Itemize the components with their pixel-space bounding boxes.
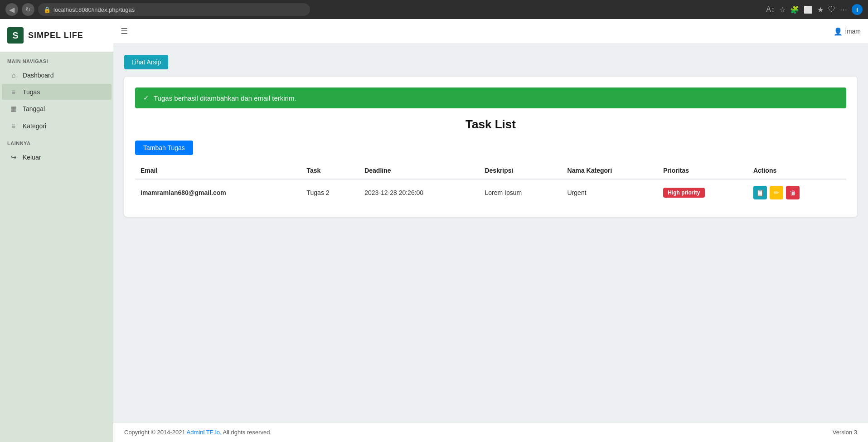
lock-icon: 🔒 [44, 6, 51, 13]
sidebar-item-label-keluar: Keluar [23, 154, 41, 161]
table-header-row: Email Task Deadline Deskripsi Nama Kateg… [135, 162, 846, 179]
refresh-button[interactable]: ↻ [22, 3, 34, 16]
check-icon: ✓ [143, 94, 149, 102]
row-deskripsi: Lorem Ipsum [479, 179, 562, 206]
col-kategori: Nama Kategori [562, 162, 658, 179]
row-kategori: Urgent [562, 179, 658, 206]
address-bar: 🔒 localhost:8080/index.php/tugas [38, 3, 310, 16]
action-icons: 📋 ✏ 🗑 [753, 186, 841, 199]
calendar-icon: ▦ [9, 105, 18, 113]
sidebar-item-label-tanggal: Tanggal [23, 105, 45, 112]
sidebar-item-keluar[interactable]: ↪ Keluar [2, 149, 112, 165]
view-icon: 📋 [756, 189, 764, 196]
sidebar-item-tugas[interactable]: ≡ Tugas [2, 84, 112, 100]
row-prioritas: High priority [658, 179, 748, 206]
delete-button[interactable]: 🗑 [786, 186, 800, 199]
header-username: imam [845, 28, 861, 35]
col-task: Task [301, 162, 359, 179]
list-icon: ≡ [9, 88, 18, 96]
other-label: LAINNYA [0, 134, 113, 149]
sidebar-item-kategori[interactable]: ≡ Kategori [2, 118, 112, 134]
logout-icon: ↪ [9, 153, 18, 161]
row-email: imamramlan680@gmail.com [135, 179, 301, 206]
task-table: Email Task Deadline Deskripsi Nama Kateg… [135, 162, 846, 206]
sidebar-icon[interactable]: ⬜ [804, 5, 813, 14]
favorites-icon[interactable]: ★ [817, 5, 824, 14]
header-user: 👤 imam [834, 27, 861, 36]
url-text: localhost:8080/index.php/tugas [53, 6, 135, 13]
main-content: Lihat Arsip ✓ Tugas berhasil ditambahkan… [113, 44, 868, 442]
col-deskripsi: Deskripsi [479, 162, 562, 179]
col-actions: Actions [748, 162, 846, 179]
browser-toolbar: A↕ ☆ 🧩 ⬜ ★ 🛡 ⋯ I [766, 4, 863, 15]
content-area: Lihat Arsip ✓ Tugas berhasil ditambahkan… [113, 44, 868, 422]
app-wrapper: S SIMPEL LIFE MAIN NAVIGASI ⌂ Dashboard … [0, 19, 868, 442]
row-task: Tugas 2 [301, 179, 359, 206]
sidebar-logo: S SIMPEL LIFE [0, 19, 113, 52]
category-icon: ≡ [9, 122, 18, 130]
footer-brand-link[interactable]: AdminLTE.io. [187, 429, 222, 436]
browser-chrome: ◀ ↻ 🔒 localhost:8080/index.php/tugas A↕ … [0, 0, 868, 19]
rights-text: All rights reserved. [222, 429, 272, 436]
logo-text: SIMPEL LIFE [28, 31, 83, 40]
col-email: Email [135, 162, 301, 179]
add-task-button[interactable]: Tambah Tugas [135, 141, 193, 155]
col-deadline: Deadline [359, 162, 479, 179]
success-alert: ✓ Tugas berhasil ditambahkan dan email t… [135, 87, 846, 108]
table-row: imamramlan680@gmail.com Tugas 2 2023-12-… [135, 179, 846, 206]
app-header: ☰ 👤 imam [113, 19, 868, 44]
copyright-text: Copyright © 2014-2021 [124, 429, 187, 436]
priority-badge: High priority [663, 188, 704, 198]
logo-icon: S [7, 27, 24, 44]
shield-icon[interactable]: 🛡 [828, 5, 835, 14]
translate-icon[interactable]: A↕ [766, 5, 775, 14]
alert-text: Tugas berhasil ditambahkan dan email ter… [154, 94, 296, 102]
sidebar-item-tanggal[interactable]: ▦ Tanggal [2, 101, 112, 117]
more-icon[interactable]: ⋯ [840, 5, 847, 14]
extensions-icon[interactable]: 🧩 [790, 5, 799, 14]
task-card: ✓ Tugas berhasil ditambahkan dan email t… [124, 77, 857, 217]
archive-button[interactable]: Lihat Arsip [124, 55, 168, 69]
row-deadline: 2023-12-28 20:26:00 [359, 179, 479, 206]
footer-copyright: Copyright © 2014-2021 AdminLTE.io. All r… [124, 429, 272, 436]
add-task-section: Tambah Tugas [135, 141, 846, 155]
sidebar: S SIMPEL LIFE MAIN NAVIGASI ⌂ Dashboard … [0, 19, 113, 442]
user-icon: 👤 [834, 27, 843, 36]
star-icon[interactable]: ☆ [779, 5, 786, 14]
main-nav-label: MAIN NAVIGASI [0, 52, 113, 67]
home-icon: ⌂ [9, 71, 18, 79]
view-button[interactable]: 📋 [753, 186, 767, 199]
archive-section: Lihat Arsip [124, 55, 857, 69]
sidebar-item-label-kategori: Kategori [23, 122, 46, 130]
back-button[interactable]: ◀ [5, 3, 18, 16]
browser-profile-avatar[interactable]: I [852, 4, 863, 15]
row-actions: 📋 ✏ 🗑 [748, 179, 846, 206]
sidebar-item-dashboard[interactable]: ⌂ Dashboard [2, 67, 112, 83]
edit-icon: ✏ [774, 189, 779, 196]
page-title: Task List [135, 117, 846, 131]
toggle-sidebar-button[interactable]: ☰ [121, 26, 128, 36]
trash-icon: 🗑 [790, 189, 796, 196]
col-prioritas: Prioritas [658, 162, 748, 179]
footer-version: Version 3 [833, 429, 857, 436]
sidebar-item-label-tugas: Tugas [23, 88, 40, 96]
sidebar-item-label-dashboard: Dashboard [23, 72, 54, 79]
app-footer: Copyright © 2014-2021 AdminLTE.io. All r… [113, 422, 868, 442]
edit-button[interactable]: ✏ [770, 186, 783, 199]
